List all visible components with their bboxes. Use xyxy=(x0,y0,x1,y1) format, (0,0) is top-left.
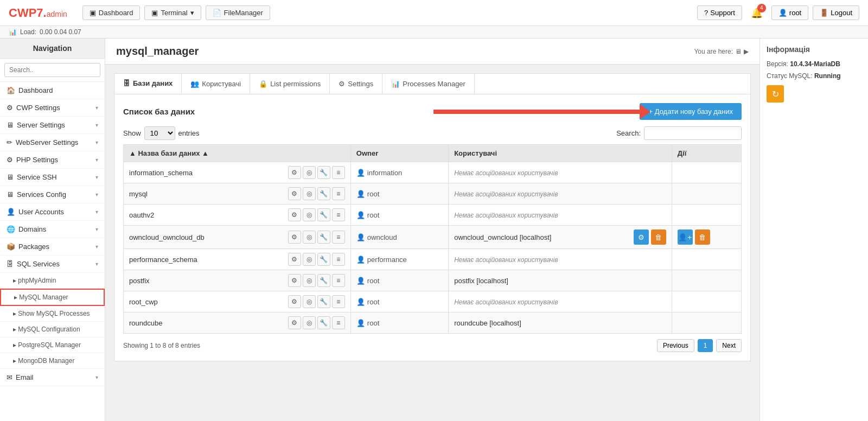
tab-users[interactable]: 👥 Користувачі xyxy=(182,74,250,94)
db-icon-btn-4[interactable]: ≡ xyxy=(332,208,345,221)
content-area: mysql_manager You are here: 🖥 ▶ 🗄 Бази д… xyxy=(105,39,760,421)
db-icon-btn-3[interactable]: 🔧 xyxy=(317,295,330,308)
db-icon-btn-3[interactable]: 🔧 xyxy=(317,274,330,287)
entries-select[interactable]: 10 25 50 100 xyxy=(144,126,175,140)
terminal-button[interactable]: ▣ Terminal ▾ xyxy=(144,5,201,20)
content-header: mysql_manager You are here: 🖥 ▶ xyxy=(105,39,760,65)
sidebar-item-packages[interactable]: 📦 Packages ▾ xyxy=(0,238,105,256)
db-icon-btn-2[interactable]: ◎ xyxy=(303,274,316,287)
db-icon-btn-4[interactable]: ≡ xyxy=(332,166,345,179)
db-icon-btn-4[interactable]: ≡ xyxy=(332,274,345,287)
db-owner-cell: 👤performance xyxy=(350,249,448,270)
db-icon-btn-4[interactable]: ≡ xyxy=(332,316,345,329)
prev-page-button[interactable]: Previous xyxy=(657,339,694,352)
tab-list-permissions[interactable]: 🔒 List permissions xyxy=(250,74,330,94)
db-icon-btn-2[interactable]: ◎ xyxy=(303,231,316,244)
owner-icon: 👤 xyxy=(356,169,365,177)
sidebar-item-domains[interactable]: 🌐 Domains ▾ xyxy=(0,221,105,238)
sidebar-item-webserver-settings[interactable]: ✏ WebServer Settings ▾ xyxy=(0,134,105,151)
db-name-cell: mysql ⚙ ◎ 🔧 ≡ xyxy=(124,183,351,205)
tab-settings[interactable]: ⚙ Settings xyxy=(330,74,382,94)
db-name-cell: roundcube ⚙ ◎ 🔧 ≡ xyxy=(124,312,351,334)
db-icon-btn-4[interactable]: ≡ xyxy=(332,295,345,308)
sidebar-sub-item-postgresql-manager[interactable]: ▸ PostgreSQL Manager xyxy=(0,337,105,353)
db-icon-btn-2[interactable]: ◎ xyxy=(303,295,316,308)
refresh-button[interactable]: ↻ xyxy=(767,85,784,103)
db-icon-btn-3[interactable]: 🔧 xyxy=(317,253,330,266)
db-icon-btn-2[interactable]: ◎ xyxy=(303,166,316,179)
sidebar-item-server-settings[interactable]: 🖥 Server Settings ▾ xyxy=(0,117,105,134)
db-icon-btn-1[interactable]: ⚙ xyxy=(288,166,301,179)
db-icon-btn-3[interactable]: 🔧 xyxy=(317,316,330,329)
table-row: performance_schema ⚙ ◎ 🔧 ≡ 👤performanceН… xyxy=(124,249,742,270)
sidebar-sub-item-mongodb-manager[interactable]: ▸ MongoDB Manager xyxy=(0,353,105,369)
db-icon-btn-3[interactable]: 🔧 xyxy=(317,208,330,221)
sidebar-sub-item-phpmyadmin[interactable]: ▸ phpMyAdmin xyxy=(0,273,105,289)
users-tab-icon: 👥 xyxy=(190,80,199,88)
notifications-button[interactable]: 🔔 4 xyxy=(746,5,767,21)
service-ssh-icon: 🖥 xyxy=(7,173,14,181)
dashboard-button[interactable]: ▣ Dashboard xyxy=(82,5,141,20)
db-icon-btn-2[interactable]: ◎ xyxy=(303,187,316,200)
col-header-actions: Дії xyxy=(672,145,741,162)
db-icon-btn-2[interactable]: ◎ xyxy=(303,253,316,266)
email-icon: ✉ xyxy=(7,373,12,381)
db-icon-btn-4[interactable]: ≡ xyxy=(332,231,345,244)
sidebar-sub-item-mysql-configuration[interactable]: ▸ MySQL Configuration xyxy=(0,322,105,337)
webserver-settings-arrow: ▾ xyxy=(95,139,98,145)
tab-databases[interactable]: 🗄 Бази даних xyxy=(114,74,182,94)
db-icon-btn-4[interactable]: ≡ xyxy=(332,187,345,200)
sidebar-item-cwp-settings[interactable]: ⚙ CWP Settings ▾ xyxy=(0,99,105,117)
sidebar-item-sql-services[interactable]: 🗄 SQL Services ▾ xyxy=(0,256,105,273)
sidebar-item-php-settings[interactable]: ⚙ PHP Settings ▾ xyxy=(0,151,105,169)
php-settings-arrow: ▾ xyxy=(95,157,98,163)
db-icon-btn-1[interactable]: ⚙ xyxy=(288,208,301,221)
filemanager-button[interactable]: 📄 FileManager xyxy=(206,5,270,20)
sidebar-item-service-ssh[interactable]: 🖥 Service SSH ▾ xyxy=(0,169,105,186)
showing-text: Showing 1 to 8 of 8 entries xyxy=(123,342,200,349)
db-icon-btn-1[interactable]: ⚙ xyxy=(288,187,301,200)
delete-db-button[interactable]: 🗑 xyxy=(695,229,710,245)
support-button[interactable]: ? Support xyxy=(697,5,742,20)
user-settings-button[interactable]: ⚙ xyxy=(634,229,649,245)
table-row: oauthv2 ⚙ ◎ 🔧 ≡ 👤rootНемає асоційованих … xyxy=(124,205,742,226)
db-icon-btn-3[interactable]: 🔧 xyxy=(317,166,330,179)
user-button[interactable]: 👤 root xyxy=(771,5,808,20)
user-delete-button[interactable]: 🗑 xyxy=(651,229,666,245)
search-box: Search: xyxy=(616,126,742,140)
db-icon-btn-1[interactable]: ⚙ xyxy=(288,295,301,308)
tab-processes-manager[interactable]: 📊 Processes Manager xyxy=(382,74,475,94)
sidebar-item-services-config[interactable]: 🖥 Services Config ▾ xyxy=(0,186,105,203)
user-icon: 👤 xyxy=(778,9,787,17)
db-icon-btn-1[interactable]: ⚙ xyxy=(288,316,301,329)
next-page-button[interactable]: Next xyxy=(716,339,742,352)
add-database-button[interactable]: + Додати нову базу даних xyxy=(640,103,742,120)
add-user-to-db-button[interactable]: 👤+ xyxy=(678,229,693,245)
sidebar-sub-item-mysql-manager[interactable]: ▸ MySQL Manager xyxy=(0,289,105,306)
db-users-cell: Немає асоційованих користувачів xyxy=(449,162,672,183)
db-icon-btn-1[interactable]: ⚙ xyxy=(288,253,301,266)
db-icon-btn-1[interactable]: ⚙ xyxy=(288,274,301,287)
notifications-badge: 4 xyxy=(757,4,766,12)
databases-table: ▲ Назва бази даних ▲ Owner Користувачі Д… xyxy=(123,144,742,334)
sidebar-item-email[interactable]: ✉ Email ▾ xyxy=(0,369,105,386)
load-icon: 📊 xyxy=(9,28,17,36)
search-input[interactable] xyxy=(4,63,100,77)
sidebar-sub-item-show-mysql-processes[interactable]: ▸ Show MySQL Processes xyxy=(0,306,105,322)
logout-button[interactable]: 🚪 Logout xyxy=(813,5,859,20)
sidebar-item-user-accounts[interactable]: 👤 User Accounts ▾ xyxy=(0,203,105,221)
sidebar-item-dashboard[interactable]: 🏠 Dashboard xyxy=(0,82,105,99)
db-icon-btn-3[interactable]: 🔧 xyxy=(317,187,330,200)
show-entries: Show 10 25 50 100 entries xyxy=(123,126,200,140)
terminal-icon: ▣ xyxy=(151,9,158,17)
table-row: mysql ⚙ ◎ 🔧 ≡ 👤rootНемає асоційованих ко… xyxy=(124,183,742,205)
db-icon-btn-2[interactable]: ◎ xyxy=(303,208,316,221)
page-1-button[interactable]: 1 xyxy=(698,339,713,352)
breadcrumb: You are here: 🖥 ▶ xyxy=(694,48,749,55)
db-icon-btn-3[interactable]: 🔧 xyxy=(317,231,330,244)
db-icon-btn-4[interactable]: ≡ xyxy=(332,253,345,266)
db-icon-btn-2[interactable]: ◎ xyxy=(303,316,316,329)
col-header-owner: Owner xyxy=(350,145,448,162)
db-icon-btn-1[interactable]: ⚙ xyxy=(288,231,301,244)
table-search-input[interactable] xyxy=(644,126,742,140)
